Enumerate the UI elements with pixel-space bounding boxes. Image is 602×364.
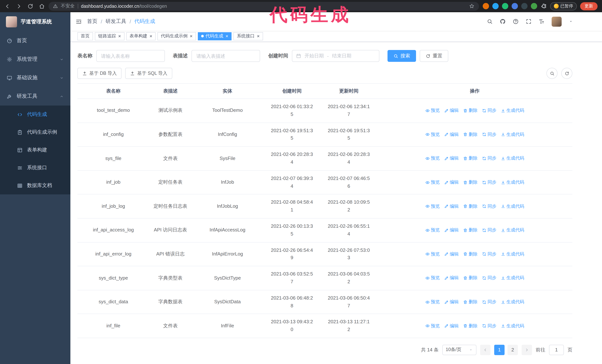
delete-link[interactable]: 删除 bbox=[463, 275, 478, 282]
edit-link[interactable]: 编辑 bbox=[444, 155, 459, 162]
tag-代码生成[interactable]: 代码生成× bbox=[198, 32, 232, 40]
delete-link[interactable]: 删除 bbox=[463, 179, 478, 186]
sidebar-collapse-icon[interactable] bbox=[75, 18, 82, 25]
sync-link[interactable]: 同步 bbox=[482, 251, 496, 258]
page-size-select[interactable]: 10条/页 bbox=[442, 345, 476, 355]
security-warning-icon[interactable] bbox=[53, 4, 58, 9]
edit-link[interactable]: 编辑 bbox=[444, 203, 459, 210]
edit-link[interactable]: 编辑 bbox=[444, 227, 459, 234]
sidebar-item-codegen[interactable]: 代码生成 bbox=[0, 105, 70, 123]
back-icon[interactable] bbox=[4, 3, 10, 9]
close-icon[interactable]: × bbox=[190, 34, 193, 39]
user-avatar[interactable] bbox=[552, 16, 562, 26]
check-extension-icon[interactable] bbox=[502, 3, 508, 9]
camera-extension-icon[interactable] bbox=[521, 3, 527, 9]
generate-code-link[interactable]: 生成代码 bbox=[501, 322, 524, 329]
preview-link[interactable]: 预览 bbox=[425, 203, 440, 210]
sync-link[interactable]: 同步 bbox=[482, 155, 496, 162]
goto-page-input[interactable] bbox=[549, 345, 564, 355]
close-icon[interactable]: × bbox=[257, 34, 260, 39]
generate-code-link[interactable]: 生成代码 bbox=[501, 203, 524, 210]
puzzle-extension-icon[interactable] bbox=[540, 3, 547, 9]
home-icon[interactable] bbox=[39, 3, 45, 9]
paused-badge[interactable]: 已暂停 bbox=[550, 2, 577, 10]
header-search-icon[interactable] bbox=[487, 19, 493, 24]
tag-首页[interactable]: 首页 bbox=[77, 32, 93, 40]
edit-link[interactable]: 编辑 bbox=[444, 131, 459, 138]
sidebar-item-infra[interactable]: 基础设施 bbox=[0, 69, 70, 87]
fox-extension-icon[interactable] bbox=[483, 3, 489, 9]
bookmark-star-icon[interactable] bbox=[469, 3, 474, 9]
table-name-input[interactable] bbox=[96, 50, 165, 62]
delete-link[interactable]: 删除 bbox=[463, 155, 478, 162]
preview-link[interactable]: 预览 bbox=[425, 251, 440, 258]
create-time-range-picker[interactable]: 开始日期 - 结束日期 bbox=[292, 50, 379, 62]
sync-link[interactable]: 同步 bbox=[482, 227, 496, 234]
sidebar-item-home[interactable]: 首页 bbox=[0, 31, 70, 50]
edit-link[interactable]: 编辑 bbox=[444, 299, 459, 305]
delete-link[interactable]: 删除 bbox=[463, 322, 478, 329]
close-icon[interactable]: × bbox=[118, 34, 121, 39]
table-desc-input[interactable] bbox=[192, 50, 260, 62]
sync-link[interactable]: 同步 bbox=[482, 179, 496, 186]
generate-code-link[interactable]: 生成代码 bbox=[501, 299, 524, 305]
sidebar-item-api[interactable]: 系统接口 bbox=[0, 159, 70, 177]
close-icon[interactable]: × bbox=[150, 34, 152, 39]
sidebar-item-codegen-example[interactable]: 代码生成示例 bbox=[0, 123, 70, 141]
drop-extension-icon[interactable] bbox=[492, 3, 498, 9]
close-icon[interactable]: × bbox=[226, 34, 228, 39]
help-icon[interactable] bbox=[513, 19, 519, 24]
generate-code-link[interactable]: 生成代码 bbox=[501, 107, 524, 114]
preview-link[interactable]: 预览 bbox=[425, 179, 440, 186]
generate-code-link[interactable]: 生成代码 bbox=[501, 155, 524, 162]
sync-link[interactable]: 同步 bbox=[482, 322, 496, 329]
generate-code-link[interactable]: 生成代码 bbox=[501, 227, 524, 234]
edit-link[interactable]: 编辑 bbox=[444, 251, 459, 258]
delete-link[interactable]: 删除 bbox=[463, 251, 478, 258]
sync-link[interactable]: 同步 bbox=[482, 203, 496, 210]
sync-link[interactable]: 同步 bbox=[482, 107, 496, 114]
update-button[interactable]: 更新 bbox=[580, 2, 598, 10]
address-bar[interactable]: 不安全 dashboard.yudao.iocoder.cn/tool/code… bbox=[49, 2, 479, 10]
preview-link[interactable]: 预览 bbox=[425, 227, 440, 234]
delete-link[interactable]: 删除 bbox=[463, 299, 478, 305]
preview-link[interactable]: 预览 bbox=[425, 107, 440, 114]
sync-link[interactable]: 同步 bbox=[482, 299, 496, 305]
font-size-icon[interactable] bbox=[539, 19, 545, 24]
edit-link[interactable]: 编辑 bbox=[444, 107, 459, 114]
sync-link[interactable]: 同步 bbox=[482, 275, 496, 282]
prev-page-button[interactable] bbox=[480, 345, 491, 355]
edit-link[interactable]: 编辑 bbox=[444, 179, 459, 186]
github-icon[interactable] bbox=[500, 19, 506, 24]
tag-表单构建[interactable]: 表单构建× bbox=[126, 32, 156, 40]
preview-link[interactable]: 预览 bbox=[425, 299, 440, 305]
page-button-1[interactable]: 1 bbox=[494, 345, 505, 355]
generate-code-link[interactable]: 生成代码 bbox=[501, 251, 524, 258]
preview-link[interactable]: 预览 bbox=[425, 322, 440, 329]
preview-link[interactable]: 预览 bbox=[425, 155, 440, 162]
tag-代码生成示例[interactable]: 代码生成示例× bbox=[157, 32, 196, 40]
preview-link[interactable]: 预览 bbox=[425, 275, 440, 282]
reset-button[interactable]: 重置 bbox=[420, 50, 448, 62]
sidebar-item-form-builder[interactable]: 表单构建 bbox=[0, 141, 70, 159]
users-extension-icon[interactable] bbox=[511, 3, 518, 9]
delete-link[interactable]: 删除 bbox=[463, 203, 478, 210]
app-logo[interactable]: 芋道管理系统 bbox=[0, 12, 70, 31]
breadcrumb-devtools[interactable]: 研发工具 bbox=[106, 18, 126, 25]
sidebar-item-db-doc[interactable]: 数据库文档 bbox=[0, 177, 70, 194]
user-dropdown-caret-icon[interactable] bbox=[569, 19, 573, 24]
breadcrumb-home[interactable]: 首页 bbox=[87, 18, 97, 25]
delete-link[interactable]: 删除 bbox=[463, 107, 478, 114]
next-page-button[interactable] bbox=[522, 345, 532, 355]
delete-link[interactable]: 删除 bbox=[463, 227, 478, 234]
sidebar-item-system[interactable]: 系统管理 bbox=[0, 50, 70, 69]
forward-icon[interactable] bbox=[16, 3, 22, 9]
generate-code-link[interactable]: 生成代码 bbox=[501, 179, 524, 186]
toggle-search-button[interactable] bbox=[547, 68, 558, 79]
sidebar-item-devtools[interactable]: 研发工具 bbox=[0, 87, 70, 105]
generate-code-link[interactable]: 生成代码 bbox=[501, 275, 524, 282]
sync-link[interactable]: 同步 bbox=[482, 131, 496, 138]
fullscreen-icon[interactable] bbox=[526, 19, 532, 24]
edit-link[interactable]: 编辑 bbox=[444, 275, 459, 282]
import-sql-button[interactable]: 基于 SQL 导入 bbox=[125, 68, 172, 79]
